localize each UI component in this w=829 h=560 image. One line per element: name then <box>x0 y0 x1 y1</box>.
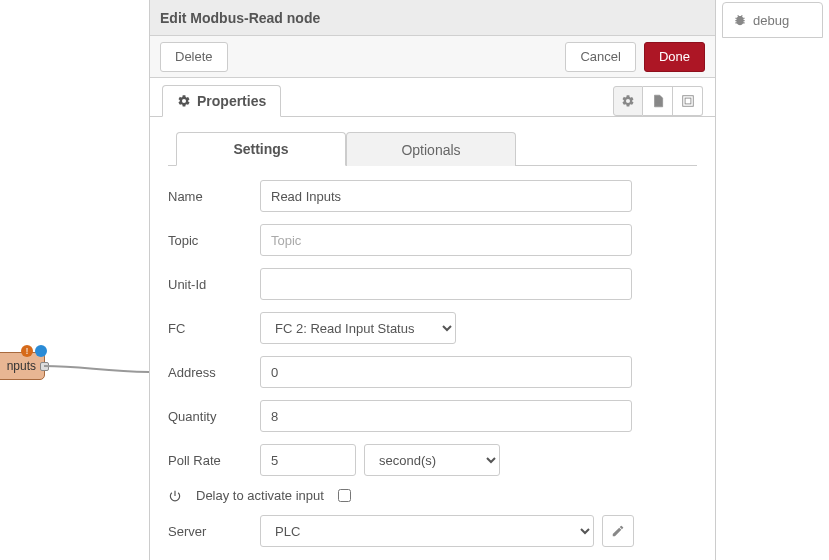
done-button[interactable]: Done <box>644 42 705 72</box>
topic-label: Topic <box>168 233 260 248</box>
bug-icon <box>733 13 747 27</box>
gear-icon <box>177 94 191 108</box>
topic-input[interactable] <box>260 224 632 256</box>
delay-checkbox[interactable] <box>338 489 351 502</box>
tab-properties[interactable]: Properties <box>162 85 281 117</box>
form-body: Settings Optionals Name Topic Unit-Id FC… <box>150 117 715 560</box>
node-editor-panel: Edit Modbus-Read node Delete Cancel Done… <box>150 0 716 560</box>
server-label: Server <box>168 524 260 539</box>
editor-actions: Delete Cancel Done <box>150 36 715 78</box>
tab-settings[interactable]: Settings <box>176 132 346 166</box>
fc-label: FC <box>168 321 260 336</box>
tab-optionals[interactable]: Optionals <box>346 132 516 166</box>
unitid-label: Unit-Id <box>168 277 260 292</box>
address-input[interactable] <box>260 356 632 388</box>
editor-title: Edit Modbus-Read node <box>150 0 715 36</box>
power-icon <box>168 489 182 503</box>
server-select[interactable]: PLC <box>260 515 594 547</box>
name-input[interactable] <box>260 180 632 212</box>
tab-debug[interactable]: debug <box>722 2 823 38</box>
flow-wire <box>44 362 149 374</box>
gear-icon <box>621 94 635 108</box>
name-label: Name <box>168 189 260 204</box>
warning-icon: ! <box>21 345 33 357</box>
delay-label: Delay to activate input <box>196 488 324 503</box>
editor-section-tabs: Properties <box>150 84 715 117</box>
pollrate-input[interactable] <box>260 444 356 476</box>
tab-node-description[interactable] <box>643 86 673 116</box>
tab-properties-label: Properties <box>197 93 266 109</box>
fc-select[interactable]: FC 2: Read Input Status <box>260 312 456 344</box>
quantity-label: Quantity <box>168 409 260 424</box>
tab-settings-label: Settings <box>233 141 288 157</box>
edit-server-button[interactable] <box>602 515 634 547</box>
pollrate-label: Poll Rate <box>168 453 260 468</box>
flow-canvas[interactable]: nputs ! <box>0 0 150 560</box>
svg-rect-1 <box>685 98 691 104</box>
flow-node-label: nputs <box>7 359 36 373</box>
unitid-input[interactable] <box>260 268 632 300</box>
flow-node-read-inputs[interactable]: nputs ! <box>0 352 45 380</box>
address-label: Address <box>168 365 260 380</box>
cancel-button[interactable]: Cancel <box>565 42 635 72</box>
tab-node-settings[interactable] <box>613 86 643 116</box>
pencil-icon <box>611 524 625 538</box>
tab-optionals-label: Optionals <box>401 142 460 158</box>
tab-node-appearance[interactable] <box>673 86 703 116</box>
document-icon <box>651 94 665 108</box>
pollrate-unit-select[interactable]: second(s) <box>364 444 500 476</box>
right-sidebar: debug <box>716 0 829 560</box>
quantity-input[interactable] <box>260 400 632 432</box>
appearance-icon <box>681 94 695 108</box>
tab-debug-label: debug <box>753 13 789 28</box>
changed-dot-icon <box>35 345 47 357</box>
delete-button[interactable]: Delete <box>160 42 228 72</box>
form-tabs: Settings Optionals <box>168 131 697 166</box>
svg-rect-0 <box>682 96 693 107</box>
